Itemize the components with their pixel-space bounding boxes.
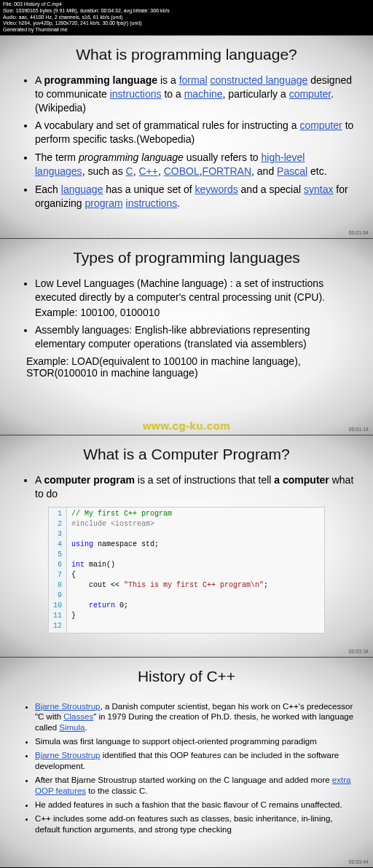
timestamp: 00:03:44 [349, 859, 369, 864]
slide-title: History of C++ [19, 668, 354, 685]
slide-title: Types of programming languages [19, 249, 354, 267]
list-item: A computer program is a set of instructi… [35, 473, 354, 501]
link-language[interactable]: language [61, 184, 103, 195]
video-metadata: File: 003 History of C.mp4 Size: 1039016… [0, 0, 373, 35]
bullet-list: A computer program is a set of instructi… [19, 473, 354, 501]
list-item: Low Level Languages (Machine language) :… [35, 277, 354, 320]
link-simula[interactable]: Simula [59, 723, 85, 732]
link-instructions2[interactable]: instructions [126, 197, 178, 209]
meta-file: File: 003 History of C.mp4 [3, 1, 370, 8]
list-item: The term programming language usually re… [35, 151, 354, 178]
meta-size: Size: 10390165 bytes (9.91 MiB), duratio… [3, 8, 370, 15]
link-cobol[interactable]: COBOL [164, 165, 200, 177]
link-cpp[interactable]: C++ [138, 165, 157, 177]
example-text2: Example: LOAD(equivalent to 100100 in ma… [26, 355, 354, 379]
timestamp: 00:01:04 [349, 230, 369, 235]
list-item: Each language has a unique set of keywor… [35, 183, 354, 210]
meta-generator: Generated by Thumbnail me [3, 27, 370, 33]
link-program[interactable]: program [85, 197, 123, 209]
code-gutter: 1 2 3 4 5 6 7 8 9 10 11 12 [49, 508, 67, 633]
link-c[interactable]: C [126, 165, 133, 177]
slide-2: Types of programming languages Low Level… [0, 238, 373, 435]
slide-4: History of C++ Bjarne Stroustrup, a Dani… [0, 657, 373, 867]
meta-audio: Audio: aac, 44100 Hz, 2 channels, s16, 6… [3, 15, 370, 21]
code-sample: 1 2 3 4 5 6 7 8 9 10 11 12 // My first C… [48, 507, 325, 634]
link-pascal[interactable]: Pascal [277, 165, 307, 177]
term-programming-language: programming language [44, 74, 157, 86]
slide-title: What is programming language? [19, 46, 354, 63]
link-formal[interactable]: formal [179, 74, 208, 86]
link-instructions[interactable]: instructions [110, 88, 162, 100]
list-item: Assembly languages: English-like abbrevi… [35, 323, 354, 351]
slide-3: What is a Computer Program? A computer p… [0, 435, 373, 657]
bullet-list: A programming language is a formal const… [19, 74, 354, 210]
bullet-list: Bjarne Stroustrup, a Danish computer sci… [19, 701, 354, 835]
list-item: After that Bjarne Stroustrup started wor… [35, 775, 354, 797]
link-bjarne-stroustrup[interactable]: Bjarne Stroustrup [35, 702, 101, 711]
timestamp: 00:01:14 [349, 427, 369, 432]
watermark: www.cg-ku.com [0, 419, 373, 432]
meta-video: Video: h264, yuv420p, 1280x720, 241 kb/s… [3, 20, 370, 27]
timestamp: 00:03:34 [349, 649, 369, 654]
list-item: A programming language is a formal const… [35, 74, 354, 115]
link-bjarne-stroustrup2[interactable]: Bjarne Stroustrup [35, 751, 101, 760]
link-constructed-language[interactable]: constructed language [210, 74, 307, 86]
link-fortran[interactable]: FORTRAN [203, 165, 251, 177]
list-item: He added features in such a fashion that… [35, 800, 354, 810]
code-body: // My first C++ program #include <iostre… [67, 508, 324, 633]
list-item: C++ includes some add-on features such a… [35, 813, 354, 835]
link-machine[interactable]: machine [184, 88, 223, 100]
link-keywords[interactable]: keywords [195, 184, 238, 195]
slide-title: What is a Computer Program? [19, 446, 354, 463]
link-classes[interactable]: Classes [63, 712, 93, 721]
list-item: Bjarne Stroustrup identified that this O… [35, 750, 354, 772]
list-item: Bjarne Stroustrup, a Danish computer sci… [35, 701, 354, 734]
link-syntax[interactable]: syntax [304, 184, 333, 195]
list-item: A vocabulary and set of grammatical rule… [35, 119, 354, 146]
slide-1: What is programming language? A programm… [0, 35, 373, 238]
bullet-list: Low Level Languages (Machine language) :… [19, 277, 354, 351]
example-text: Example: 100100, 0100010 [35, 306, 354, 320]
link-computer2[interactable]: computer [299, 119, 342, 131]
list-item: Simula was first language to support obj… [35, 736, 354, 747]
link-computer[interactable]: computer [289, 88, 331, 100]
